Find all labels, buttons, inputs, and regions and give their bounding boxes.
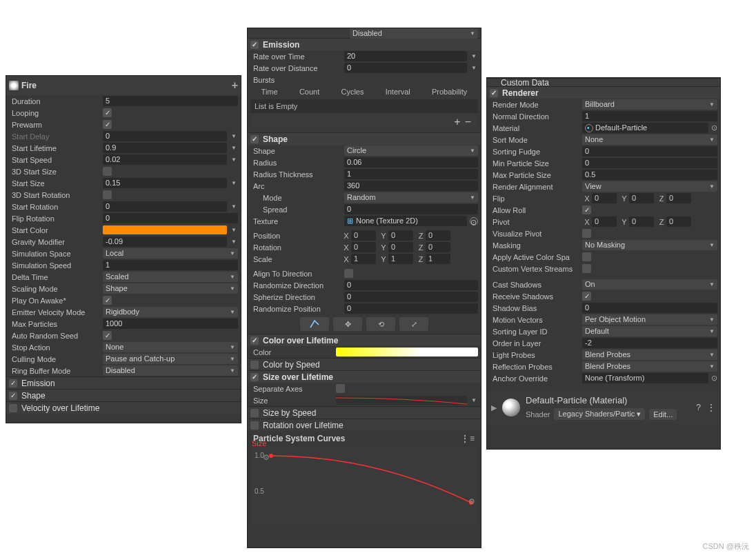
scaling-mode-dropdown[interactable]: Shape▼ xyxy=(103,283,238,294)
flip-x[interactable]: 0 xyxy=(592,193,617,203)
scl-z[interactable]: 1 xyxy=(426,254,450,264)
stop-action-dropdown[interactable]: None▼ xyxy=(103,342,238,352)
emission-header[interactable]: ✓Emission xyxy=(248,38,481,50)
dropdown-icon[interactable]: ▼ xyxy=(230,157,238,163)
help-icon[interactable]: ? xyxy=(696,403,701,412)
sep-axes-checkbox[interactable] xyxy=(336,384,345,393)
dropdown-icon[interactable]: ▼ xyxy=(230,133,238,139)
max-particles-input[interactable]: 1000 xyxy=(103,319,238,329)
expand-icon[interactable]: ▶ xyxy=(491,403,497,412)
gear-icon[interactable]: ⚙ xyxy=(468,497,475,506)
start-3d-rot-checkbox[interactable] xyxy=(103,190,112,199)
emitter-vel-dropdown[interactable]: Rigidbody▼ xyxy=(103,307,238,317)
flip-rotation-input[interactable]: 0 xyxy=(103,213,238,223)
start-rotation-input[interactable]: 0 xyxy=(103,201,227,212)
edit-button[interactable]: Edit... xyxy=(649,409,677,420)
disabled-dd[interactable]: Disabled▼ xyxy=(350,28,478,39)
color-gradient[interactable] xyxy=(336,348,478,356)
rotation-life-header[interactable]: Rotation over Lifetime xyxy=(248,419,481,431)
pivot-y[interactable]: 0 xyxy=(629,217,654,227)
size-speed-header[interactable]: Size by Speed xyxy=(248,406,481,419)
rot-z[interactable]: 0 xyxy=(426,242,450,252)
arc-spread-input[interactable]: 0 xyxy=(344,204,478,214)
start-size-input[interactable]: 0.15 xyxy=(103,178,227,188)
radius-thick-input[interactable]: 1 xyxy=(344,169,478,179)
rotate-tool-button[interactable]: ⟲ xyxy=(366,317,395,331)
arc-input[interactable]: 360 xyxy=(344,181,478,191)
delta-time-dropdown[interactable]: Scaled▼ xyxy=(103,272,238,282)
apply-color-checkbox[interactable] xyxy=(582,252,591,261)
texture-field[interactable]: ⊞None (Texture 2D) xyxy=(344,216,467,226)
move-tool-button[interactable]: ✥ xyxy=(333,317,362,331)
object-picker-icon[interactable]: ⊙ xyxy=(470,217,478,225)
sort-mode-dropdown[interactable]: None▼ xyxy=(582,134,717,145)
pos-x[interactable]: 0 xyxy=(351,230,376,241)
auto-seed-checkbox[interactable]: ✓ xyxy=(103,331,112,340)
gear-icon[interactable]: ⚙ xyxy=(263,453,270,462)
cast-shadows-dropdown[interactable]: On▼ xyxy=(582,279,717,290)
rand-dir-input[interactable]: 0 xyxy=(344,280,478,290)
add-burst-button[interactable]: + xyxy=(454,116,460,128)
pivot-z[interactable]: 0 xyxy=(666,217,691,227)
shape-dropdown[interactable]: Circle▼ xyxy=(344,145,478,156)
pos-y[interactable]: 0 xyxy=(388,230,413,241)
velocity-life-module-header[interactable]: Velocity over Lifetime xyxy=(6,401,241,414)
min-size-input[interactable]: 0 xyxy=(582,158,717,168)
dropdown-icon[interactable]: ▼ xyxy=(470,53,478,59)
pivot-x[interactable]: 0 xyxy=(592,217,617,227)
flip-z[interactable]: 0 xyxy=(666,193,691,203)
duration-input[interactable]: 5 xyxy=(103,96,238,106)
rot-x[interactable]: 0 xyxy=(351,242,376,252)
sort-layer-dropdown[interactable]: Default▼ xyxy=(582,326,717,336)
max-size-input[interactable]: 0.5 xyxy=(582,170,717,180)
start-speed-input[interactable]: 0.02 xyxy=(103,154,227,165)
anchor-ovr-field[interactable]: None (Transform) xyxy=(582,373,708,383)
custom-data-header[interactable]: Custom Data xyxy=(487,78,720,86)
dropdown-icon[interactable]: ▼ xyxy=(470,397,478,403)
spher-dir-input[interactable]: 0 xyxy=(344,292,478,302)
radius-input[interactable]: 0.06 xyxy=(344,157,478,168)
sim-speed-input[interactable]: 1 xyxy=(103,260,238,270)
sort-fudge-input[interactable]: 0 xyxy=(582,146,717,157)
arc-mode-dropdown[interactable]: Random▼ xyxy=(344,192,478,203)
shape-header[interactable]: ✓Shape xyxy=(248,132,481,145)
render-mode-dropdown[interactable]: Billboard▼ xyxy=(582,99,717,110)
gravity-input[interactable]: -0.09 xyxy=(103,237,227,247)
render-align-dropdown[interactable]: View▼ xyxy=(582,181,717,192)
pos-z[interactable]: 0 xyxy=(426,230,450,241)
color-life-header[interactable]: ✓Color over Lifetime xyxy=(248,334,481,346)
align-dir-checkbox[interactable] xyxy=(344,269,353,278)
curve-editor[interactable]: 1.0 0.5 ⚙ ⚙ xyxy=(250,448,478,523)
start-lifetime-input[interactable]: 0.9 xyxy=(103,143,227,153)
material-field[interactable]: Default-Particle xyxy=(582,123,708,133)
sim-space-dropdown[interactable]: Local▼ xyxy=(103,248,238,259)
dropdown-icon[interactable]: ▼ xyxy=(230,227,238,233)
normal-dir-input[interactable]: 1 xyxy=(582,111,717,121)
shape-module-header[interactable]: ✓Shape xyxy=(6,389,241,401)
light-probes-dropdown[interactable]: Blend Probes▼ xyxy=(582,350,717,360)
refl-probes-dropdown[interactable]: Blend Probes▼ xyxy=(582,361,717,372)
rot-y[interactable]: 0 xyxy=(388,242,413,252)
looping-checkbox[interactable]: ✓ xyxy=(103,108,112,117)
rate-time-input[interactable]: 20 xyxy=(344,51,467,61)
start-color-swatch[interactable] xyxy=(103,225,227,234)
renderer-header[interactable]: ✓Renderer xyxy=(487,86,720,99)
vis-pivot-checkbox[interactable] xyxy=(582,229,591,238)
start-delay-input[interactable]: 0 xyxy=(103,131,227,141)
shadow-bias-input[interactable]: 0 xyxy=(582,303,717,313)
curves-menu-icon[interactable]: ⋮≡ xyxy=(461,434,475,443)
prewarm-checkbox[interactable]: ✓ xyxy=(103,120,112,129)
rate-dist-input[interactable]: 0 xyxy=(344,63,467,73)
size-curve[interactable] xyxy=(336,396,467,405)
object-picker-icon[interactable]: ⊙ xyxy=(711,374,717,383)
emission-module-header[interactable]: ✓Emission xyxy=(6,376,241,389)
remove-burst-button[interactable]: − xyxy=(465,116,471,128)
add-module-button[interactable]: + xyxy=(232,79,238,92)
scl-y[interactable]: 1 xyxy=(388,254,413,264)
shader-dropdown[interactable]: Legacy Shaders/Partic ▾ xyxy=(554,408,645,420)
culling-mode-dropdown[interactable]: Pause and Catch-up▼ xyxy=(103,354,238,364)
masking-dropdown[interactable]: No Masking▼ xyxy=(582,240,717,250)
scl-x[interactable]: 1 xyxy=(351,254,376,264)
start-3d-size-checkbox[interactable] xyxy=(103,167,112,176)
flip-y[interactable]: 0 xyxy=(629,193,654,203)
